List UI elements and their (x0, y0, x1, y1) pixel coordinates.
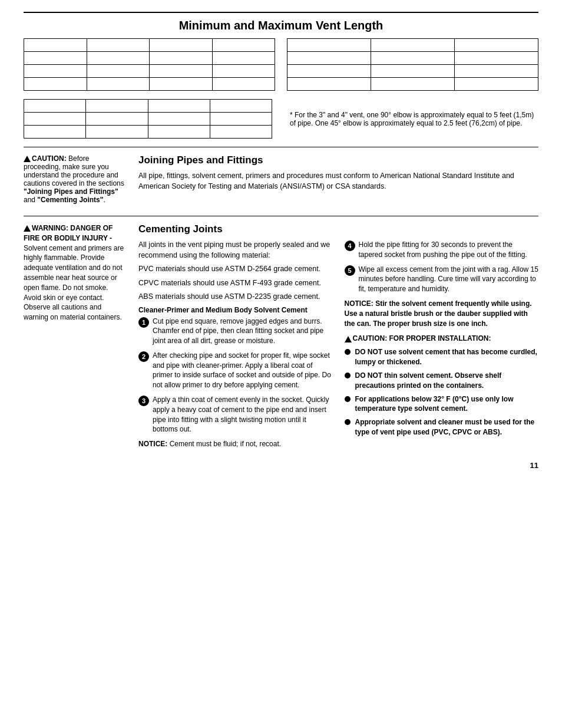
td (86, 113, 148, 126)
bullet-icon-1 (345, 349, 351, 355)
cement-step-4: 4 Hold the pipe fitting for 30 seconds t… (345, 240, 539, 260)
td (150, 78, 213, 91)
td (455, 65, 538, 78)
td (371, 78, 455, 91)
td (371, 65, 455, 78)
td (212, 52, 275, 65)
page-number: 11 (24, 461, 538, 470)
th (148, 100, 210, 113)
vent-table-1 (24, 38, 275, 91)
th (455, 39, 538, 52)
cement-step-2: 2 After checking pipe and socket for pro… (138, 351, 333, 390)
notice-2: NOTICE: Stir the solvent cement frequent… (345, 299, 539, 328)
step-4-text: Hold the pipe fitting for 30 seconds to … (359, 240, 539, 260)
cement-abs: ABS materials should use ASTM D-2235 gra… (138, 292, 333, 302)
cement-right-col: 4 Hold the pipe fitting for 30 seconds t… (345, 240, 539, 452)
bullet-item-3: For applications below 32° F (0°C) use o… (345, 394, 539, 414)
th (210, 100, 272, 113)
td (24, 65, 87, 78)
td (210, 113, 272, 126)
cement-step-5: 5 Wipe all excess cement from the joint … (345, 265, 539, 294)
cementing-right: Cementing Joints All joints in the vent … (138, 223, 538, 452)
page-title: Minimum and Maximum Vent Length (24, 19, 538, 32)
joining-right-col: Joining Pipes and Fittings All pipe, fit… (138, 154, 538, 209)
triangle-icon-1 (24, 156, 31, 162)
td (87, 78, 150, 91)
caution-install-label: CAUTION: FOR PROPER INSTALLATION: (353, 334, 491, 342)
td (212, 78, 275, 91)
bullet-item-2: DO NOT thin solvent cement. Observe shel… (345, 371, 539, 391)
cementing-warning-text: Solvent cement and primers are highly fl… (24, 244, 124, 322)
td (455, 78, 538, 91)
cement-left-col: All joints in the vent piping must be pr… (138, 240, 333, 452)
th (150, 39, 213, 52)
th (287, 39, 371, 52)
bullet-icon-3 (345, 396, 351, 402)
step-2-circle: 2 (138, 351, 149, 362)
cement-intro: All joints in the vent piping must be pr… (138, 240, 333, 261)
bullet-item-4: Appropriate solvent and cleaner must be … (345, 417, 539, 437)
joining-caution-bold2: "Cementing Joints" (37, 196, 103, 204)
td (150, 65, 213, 78)
step-3-circle: 3 (138, 396, 149, 406)
td (148, 126, 210, 139)
bullet-text-2: DO NOT thin solvent cement. Observe shel… (355, 371, 539, 391)
th (24, 100, 86, 113)
notice-1: NOTICE: Cement must be fluid; if not, re… (138, 439, 333, 449)
td (371, 52, 455, 65)
td (24, 113, 86, 126)
bullet-icon-2 (345, 373, 351, 378)
td (87, 65, 150, 78)
td (24, 52, 87, 65)
joining-section: CAUTION: Before proceeding, make sure yo… (24, 154, 538, 209)
caution-install-section: CAUTION: FOR PROPER INSTALLATION: DO NOT… (345, 334, 539, 437)
th (86, 100, 148, 113)
td (24, 126, 86, 139)
joining-caution-box: CAUTION: Before proceeding, make sure yo… (24, 154, 127, 204)
bullet-item-1: DO NOT use solvent cement that has becom… (345, 347, 539, 367)
bullet-text-4: Appropriate solvent and cleaner must be … (355, 417, 539, 437)
td (287, 78, 371, 91)
cementing-warning-title: WARNING: DANGER OF FIRE OR BODILY INJURY… (24, 224, 113, 242)
section-rule-1 (24, 147, 538, 147)
step-1-text: Cut pipe end square, remove jagged edges… (153, 317, 333, 346)
joining-caution-and: and (24, 196, 37, 204)
joining-caution-title: CAUTION: (32, 154, 67, 163)
table-block-2 (287, 38, 538, 91)
cementing-outer: WARNING: DANGER OF FIRE OR BODILY INJURY… (24, 223, 538, 452)
step-3-text: Apply a thin coat of cement evenly in th… (153, 395, 333, 434)
triangle-icon-3 (345, 336, 352, 342)
th (24, 39, 87, 52)
td (24, 78, 87, 91)
step-5-text: Wipe all excess cement from the joint wi… (359, 265, 539, 294)
step-1-circle: 1 (138, 317, 149, 328)
cement-step-1: 1 Cut pipe end square, remove jagged edg… (138, 317, 333, 346)
td (212, 65, 275, 78)
bullet-text-3: For applications below 32° F (0°C) use o… (355, 394, 539, 414)
section-rule-2 (24, 216, 538, 216)
footnote-text: * For the 3" and 4" vent, one 90° elbow … (290, 111, 538, 127)
notice-1-label: NOTICE: (138, 440, 167, 448)
triangle-icon-2 (24, 225, 31, 232)
th (212, 39, 275, 52)
notice-1-text: Cement must be fluid; if not, recoat. (167, 440, 281, 448)
cement-columns: All joints in the vent piping must be pr… (138, 240, 538, 452)
caution-bullet-list: DO NOT use solvent cement that has becom… (345, 347, 539, 437)
footnote-block: * For the 3" and 4" vent, one 90° elbow … (284, 99, 538, 139)
cement-step-3: 3 Apply a thin coat of cement evenly in … (138, 395, 333, 434)
td (87, 52, 150, 65)
joining-caution-end: . (103, 196, 105, 204)
td (150, 52, 213, 65)
vent-table-3 (24, 99, 272, 139)
th (371, 39, 455, 52)
td (455, 52, 538, 65)
cement-pvc: PVC materials should use ASTM D-2564 gra… (138, 264, 333, 275)
cementing-heading: Cementing Joints (138, 223, 538, 235)
step-4-circle: 4 (345, 241, 355, 251)
td (86, 126, 148, 139)
td (148, 113, 210, 126)
td (287, 65, 371, 78)
table-block-1 (24, 38, 275, 91)
step-2-text: After checking pipe and socket for prope… (153, 351, 333, 390)
bullet-icon-4 (345, 419, 351, 425)
